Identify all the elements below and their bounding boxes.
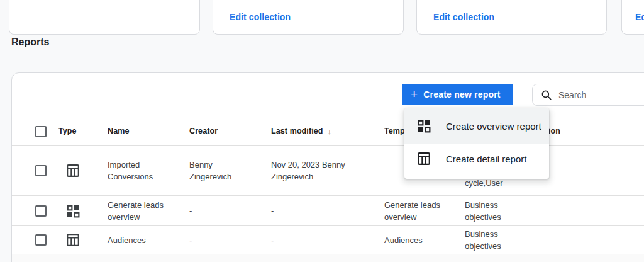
edit-collection-link[interactable]: Edit collection — [230, 12, 291, 22]
table-row[interactable]: Audiences - - Audiences Business objecti… — [12, 226, 644, 254]
edit-collection-link[interactable]: Edit collection — [635, 12, 644, 22]
row-checkbox[interactable] — [35, 234, 47, 246]
select-all-checkbox[interactable] — [35, 126, 47, 137]
search-input[interactable] — [558, 90, 644, 100]
create-new-report-button[interactable]: + Create new report — [402, 84, 513, 105]
report-template: Audiences — [384, 226, 458, 254]
row-checkbox[interactable] — [35, 205, 47, 217]
plus-icon: + — [411, 88, 418, 100]
reports-table: Type Name Creator Last modified ↓ Templa… — [12, 117, 644, 262]
create-report-menu: Create overview report Create detail rep… — [404, 108, 549, 179]
edit-collection-link[interactable]: Edit collection — [433, 12, 494, 22]
menu-item-create-detail-report[interactable]: Create detail report — [404, 144, 549, 174]
report-description — [516, 226, 611, 254]
detail-report-icon — [417, 152, 431, 166]
report-name[interactable]: Imported Conversions — [108, 146, 177, 195]
detail-report-icon — [66, 146, 80, 195]
report-collection: Business objectives — [465, 226, 525, 254]
report-description — [516, 196, 611, 225]
search-box[interactable] — [532, 84, 644, 106]
table-header-row: Type Name Creator Last modified ↓ Templa… — [12, 117, 644, 146]
menu-item-label: Create overview report — [446, 121, 541, 132]
table-row[interactable]: Imported Conversions Benny Zingerevich N… — [12, 146, 644, 196]
search-icon — [541, 89, 552, 101]
menu-item-label: Create detail report — [446, 154, 526, 164]
column-header-type: Type — [58, 117, 77, 145]
column-header-name: Name — [108, 117, 177, 145]
row-checkbox[interactable] — [35, 165, 47, 176]
report-creator: Benny Zingerevich — [189, 146, 246, 195]
column-header-last-modified[interactable]: Last modified ↓ — [271, 117, 377, 145]
report-name[interactable]: Audiences — [108, 226, 177, 254]
report-creator: - — [189, 196, 246, 225]
menu-item-create-overview-report[interactable]: Create overview report — [404, 108, 549, 144]
overview-report-icon — [417, 119, 431, 133]
report-last-modified: - — [271, 196, 377, 225]
report-last-modified: - — [271, 226, 377, 254]
table-footer-strip — [12, 254, 644, 262]
sort-descending-icon: ↓ — [328, 125, 332, 137]
report-template: Generate leads overview — [384, 196, 458, 225]
column-header-creator: Creator — [189, 117, 246, 145]
report-creator: - — [189, 226, 246, 254]
page-title: Reports — [11, 37, 49, 48]
overview-report-icon — [66, 196, 80, 225]
report-collection: Business objectives — [465, 196, 525, 225]
report-last-modified: Nov 20, 2023 Benny Zingerevich — [271, 146, 377, 195]
reports-library-page: Edit collection Edit collection Edit col… — [0, 0, 644, 262]
create-new-report-label: Create new report — [423, 89, 500, 100]
reports-table-card: + Create new report Type Name Creator La… — [11, 72, 644, 262]
collection-card — [9, 0, 200, 35]
detail-report-icon — [66, 226, 80, 254]
report-name[interactable]: Generate leads overview — [108, 196, 177, 225]
table-row[interactable]: Generate leads overview - - Generate lea… — [12, 196, 644, 226]
